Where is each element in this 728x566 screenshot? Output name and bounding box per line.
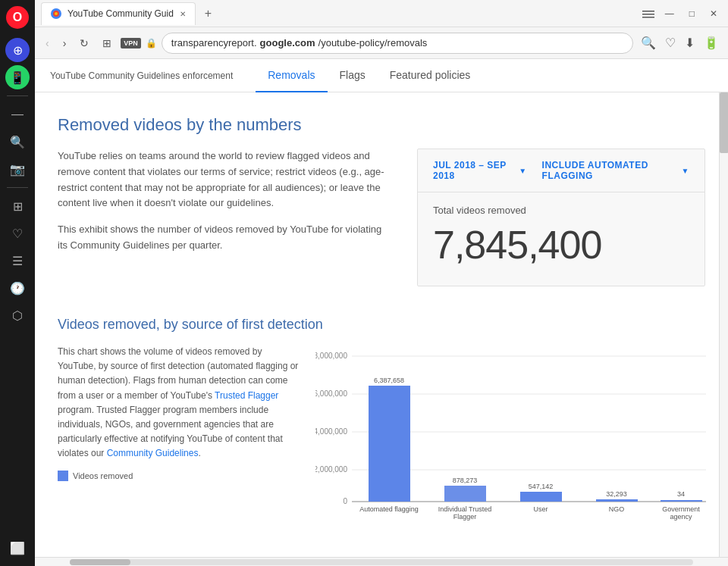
url-path: /youtube-policy/removals <box>318 37 428 48</box>
horizontal-scrollbar <box>35 557 728 566</box>
trusted-flagger-link[interactable]: Trusted Flagger <box>215 390 278 401</box>
svg-rect-5 <box>642 17 654 18</box>
bar-government <box>661 500 702 502</box>
sidebar-news-icon[interactable]: ⊕ <box>5 38 30 62</box>
body-text-2: This exhibit shows the number of videos … <box>58 222 387 254</box>
svg-text:34: 34 <box>677 490 685 498</box>
address-actions: 🔍 ♡ ⬇ 🔋 <box>638 33 722 53</box>
chart-flex: This chart shows the volume of videos re… <box>58 345 705 530</box>
tab-close-button[interactable]: ✕ <box>180 10 186 18</box>
window-controls: — □ ✕ <box>642 7 722 20</box>
back-button[interactable]: ‹ <box>41 34 54 52</box>
bar-ngo <box>596 499 638 502</box>
sidebar-window-icon[interactable]: ⬜ <box>5 536 30 560</box>
tab-favicon <box>51 8 61 19</box>
sidebar-divider-1 <box>7 95 28 96</box>
scrollbar-track[interactable] <box>719 92 728 557</box>
refresh-button[interactable]: ↻ <box>75 34 93 52</box>
bar-trusted-flagger <box>444 486 486 502</box>
legend-label: Videos removed <box>73 471 133 480</box>
svg-text:2,000,000: 2,000,000 <box>315 465 347 474</box>
sidebar-whatsapp-icon[interactable]: 📱 <box>5 65 30 89</box>
sidebar-divider-2 <box>7 187 28 188</box>
stats-number: 7,845,400 <box>433 222 689 267</box>
svg-text:0: 0 <box>343 497 347 505</box>
tab-flags[interactable]: Flags <box>328 59 378 92</box>
tab-removals-active[interactable]: Removals <box>256 59 327 92</box>
heart-icon[interactable]: ♡ <box>662 33 679 53</box>
content-flex: YouTube relies on teams around the world… <box>58 149 705 286</box>
page-title: Removed videos by the numbers <box>58 115 705 135</box>
svg-text:User: User <box>533 505 548 513</box>
chart-title: Videos removed, by source of first detec… <box>58 317 705 333</box>
right-column: JUL 2018 – SEP 2018 ▼ INCLUDE AUTOMATED … <box>417 149 705 286</box>
lock-icon: 🔒 <box>146 38 157 48</box>
opera-logo[interactable]: O <box>6 6 29 29</box>
bar-automated <box>369 386 410 502</box>
bar-user <box>520 492 562 502</box>
page-brand: YouTube Community Guidelines enforcement <box>50 70 233 81</box>
url-prefix: transparencyreport. <box>171 37 257 48</box>
stats-label: Total videos removed <box>433 205 689 216</box>
svg-text:8,000,000: 8,000,000 <box>315 352 347 360</box>
bar-chart-svg: 8,000,000 6,000,000 4,000,000 2,000,000 … <box>315 345 710 527</box>
svg-text:878,273: 878,273 <box>453 477 478 484</box>
svg-text:Government: Government <box>662 505 700 513</box>
svg-text:4,000,000: 4,000,000 <box>315 427 347 436</box>
content-area: Removed videos by the numbers YouTube re… <box>35 92 728 557</box>
battery-icon: 🔋 <box>701 33 722 53</box>
address-bar: ‹ › ↻ ⊞ VPN 🔒 transparencyreport.google.… <box>35 27 728 59</box>
stats-box: JUL 2018 – SEP 2018 ▼ INCLUDE AUTOMATED … <box>417 149 705 286</box>
browser-tab[interactable]: YouTube Community Guid ✕ <box>41 2 196 25</box>
tab-featured[interactable]: Featured policies <box>378 59 483 92</box>
browser-area: YouTube Community Guid ✕ + — □ ✕ ‹ › ↻ ⊞… <box>35 0 728 566</box>
svg-text:547,142: 547,142 <box>529 483 554 490</box>
grid-button[interactable]: ⊞ <box>98 34 116 52</box>
scrollbar-thumb[interactable] <box>720 92 728 153</box>
url-box[interactable]: transparencyreport.google.com/youtube-po… <box>162 33 633 54</box>
vpn-badge[interactable]: VPN <box>121 38 141 48</box>
forward-button[interactable]: › <box>58 34 71 52</box>
sidebar-list-icon[interactable]: ☰ <box>5 249 30 273</box>
chart-section: Videos removed, by source of first detec… <box>58 317 705 530</box>
url-domain: google.com <box>260 37 315 48</box>
h-scroll-thumb[interactable] <box>70 559 130 565</box>
filter-row: JUL 2018 – SEP 2018 ▼ INCLUDE AUTOMATED … <box>418 149 704 192</box>
title-bar: YouTube Community Guid ✕ + — □ ✕ <box>35 0 728 27</box>
new-tab-button[interactable]: + <box>202 4 215 23</box>
h-scroll-inner <box>70 559 693 565</box>
bar-chart-area: 8,000,000 6,000,000 4,000,000 2,000,000 … <box>315 345 710 530</box>
svg-text:NGO: NGO <box>609 505 625 513</box>
flagging-filter-button[interactable]: INCLUDE AUTOMATED FLAGGING ▼ <box>542 160 689 181</box>
date-filter-caret: ▼ <box>519 167 526 175</box>
search-icon[interactable]: 🔍 <box>638 33 659 53</box>
date-filter-button[interactable]: JUL 2018 – SEP 2018 ▼ <box>433 160 527 181</box>
chart-description: This chart shows the volume of videos re… <box>58 345 300 530</box>
community-guidelines-link[interactable]: Community Guidelines <box>107 448 199 458</box>
flagging-filter-caret: ▼ <box>682 167 689 175</box>
sidebar-camera-icon[interactable]: 📷 <box>5 157 30 181</box>
sidebar-search-icon[interactable]: 🔍 <box>5 130 30 154</box>
chart-text: This chart shows the volume of videos re… <box>58 345 300 461</box>
svg-text:Automated flagging: Automated flagging <box>359 505 419 513</box>
maximize-button[interactable]: □ <box>685 7 699 20</box>
sidebar-heart-icon[interactable]: ♡ <box>5 221 30 245</box>
svg-rect-3 <box>642 11 654 12</box>
svg-rect-4 <box>642 14 654 15</box>
sidebar-cube-icon[interactable]: ⬡ <box>5 303 30 327</box>
legend-color <box>58 471 68 481</box>
svg-text:Individual Trusted: Individual Trusted <box>438 505 492 513</box>
svg-text:agency: agency <box>670 513 692 521</box>
sidebar-clock-icon[interactable]: 🕐 <box>5 276 30 300</box>
sidebar-icon-1[interactable]: — <box>5 102 30 127</box>
close-button[interactable]: ✕ <box>705 7 722 20</box>
sidebar-grid-icon[interactable]: ⊞ <box>5 194 30 218</box>
window-menu-icon <box>642 9 654 18</box>
svg-text:6,000,000: 6,000,000 <box>315 389 347 398</box>
tab-title: YouTube Community Guid <box>67 8 174 19</box>
minimize-button[interactable]: — <box>661 7 679 20</box>
body-text-1: YouTube relies on teams around the world… <box>58 149 387 211</box>
svg-text:Flagger: Flagger <box>453 513 477 521</box>
download-button[interactable]: ⬇ <box>682 33 698 53</box>
left-column: YouTube relies on teams around the world… <box>58 149 387 286</box>
